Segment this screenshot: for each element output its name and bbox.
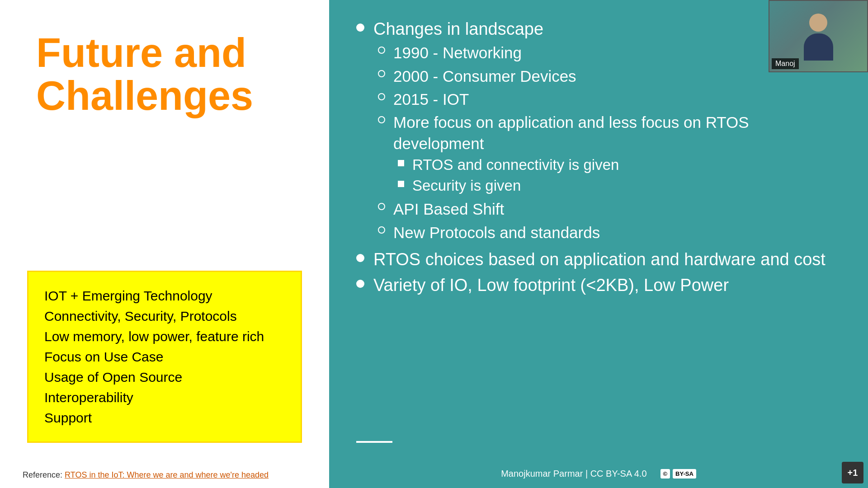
circle-bullet [378, 203, 385, 210]
bullet-dot-2 [356, 254, 364, 262]
yellow-list: IOT + Emerging Technology Connectivity, … [44, 286, 285, 428]
subsub-item-security: Security is given [398, 176, 841, 196]
sub-item-more-focus: More focus on application and less focus… [378, 112, 841, 197]
bullet-dot-1 [356, 23, 364, 32]
footer-credit: Manojkumar Parmar | CC BY-SA 4.0 [501, 469, 646, 479]
bullet-item-2: RTOS choices based on application and ha… [356, 249, 841, 271]
footer: Manojkumar Parmar | CC BY-SA 4.0 © BY-SA [329, 469, 868, 479]
sub-list-1: 1990 - Networking 2000 - Consumer Device… [373, 42, 841, 243]
sub-text-api: API Based Shift [393, 198, 504, 220]
subsub-item-rtos: RTOS and connectivity is given [398, 155, 841, 175]
reference-link[interactable]: RTOS in the IoT: Where we are and where … [65, 470, 269, 479]
bullet-2-text: RTOS choices based on application and ha… [373, 249, 841, 271]
reference: Reference: RTOS in the IoT: Where we are… [23, 470, 269, 480]
square-bullet [398, 181, 404, 187]
subsub-text-rtos: RTOS and connectivity is given [412, 155, 619, 175]
sub-item-2015: 2015 - IOT [378, 89, 841, 110]
bullet-1-text: Changes in landscape [373, 19, 543, 38]
list-item: Low memory, low power, feature rich [44, 326, 285, 347]
list-item: Support [44, 408, 285, 428]
sub-text-protocols: New Protocols and standards [393, 222, 600, 243]
sub-item-api: API Based Shift [378, 198, 841, 220]
bullet-3-text: Variety of IO, Low footprint (<2KB), Low… [373, 274, 841, 296]
list-item: IOT + Emerging Technology [44, 286, 285, 306]
sub-item-protocols: New Protocols and standards [378, 222, 841, 243]
square-bullet [398, 160, 404, 166]
bullet-dot-3 [356, 280, 364, 288]
list-item: Usage of Open Source [44, 367, 285, 387]
plus-one-badge[interactable]: +1 [842, 462, 863, 483]
sub-sub-list: RTOS and connectivity is given Security … [393, 155, 841, 196]
sub-text-1990: 1990 - Networking [393, 42, 522, 63]
list-item: Focus on Use Case [44, 347, 285, 367]
more-focus-text: More focus on application and less focus… [393, 113, 749, 152]
more-focus-block: More focus on application and less focus… [393, 112, 841, 197]
video-overlay: Manoj [769, 0, 868, 72]
subsub-text-security: Security is given [412, 176, 521, 196]
person-body [804, 33, 833, 61]
cc-badge: © BY-SA [660, 469, 696, 479]
sub-text-2000: 2000 - Consumer Devices [393, 66, 576, 87]
circle-bullet [378, 47, 385, 54]
bottom-line [356, 441, 392, 443]
sub-text-2015: 2015 - IOT [393, 89, 469, 110]
right-panel: Manoj Changes in landscape 1990 - Networ… [329, 0, 868, 488]
circle-bullet [378, 93, 385, 100]
bullet-item-3: Variety of IO, Low footprint (<2KB), Low… [356, 274, 841, 296]
cc-icon: © [660, 469, 670, 479]
video-frame: Manoj [769, 1, 867, 71]
list-item: Connectivity, Security, Protocols [44, 306, 285, 326]
left-panel: Future and Challenges IOT + Emerging Tec… [0, 0, 329, 488]
circle-bullet [378, 116, 385, 123]
by-sa-icon: BY-SA [673, 469, 696, 479]
reference-prefix: Reference: [23, 470, 65, 479]
slide-title: Future and Challenges [36, 32, 307, 117]
video-name-tag: Manoj [772, 58, 799, 69]
circle-bullet [378, 226, 385, 234]
circle-bullet [378, 70, 385, 77]
list-item: Interoperability [44, 387, 285, 408]
yellow-box: IOT + Emerging Technology Connectivity, … [27, 271, 302, 443]
person-silhouette [800, 14, 836, 59]
person-head [809, 14, 827, 32]
